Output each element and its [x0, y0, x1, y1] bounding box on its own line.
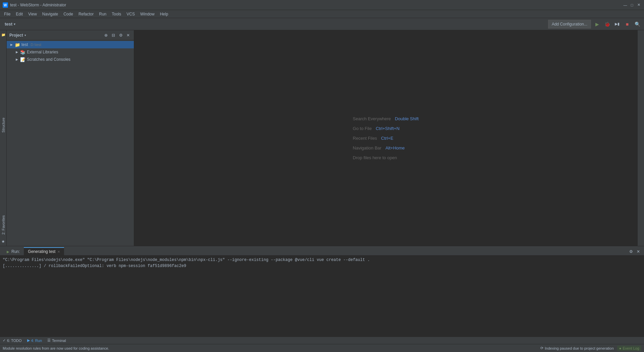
project-tool-icon[interactable]: 📁: [0, 32, 6, 38]
indexing-status: ⟳ Indexing paused due to project generat…: [540, 346, 614, 350]
menu-bar: File Edit View Navigate Code Refactor Ru…: [0, 10, 644, 18]
menu-help[interactable]: Help: [157, 10, 171, 18]
sidebar-settings-button[interactable]: ⚙: [118, 32, 124, 38]
maximize-button[interactable]: □: [629, 2, 635, 8]
hint-shortcut-recent: Ctrl+E: [381, 136, 393, 141]
run-tool-button[interactable]: ▶ 4: Run: [27, 338, 42, 343]
stop-button[interactable]: ■: [623, 20, 631, 28]
generating-test-label: Generating test: [28, 249, 55, 254]
favorites-tool-button[interactable]: 2: Favorites: [1, 213, 6, 237]
panel-settings-button[interactable]: ⚙: [628, 249, 634, 255]
status-left: Module resolution rules from are now use…: [3, 346, 109, 350]
sidebar-collapse-button[interactable]: ⊟: [110, 32, 116, 38]
menu-vcs[interactable]: VCS: [124, 10, 138, 18]
title-bar: W test - WebStorm - Administrator — □ ✕: [0, 0, 644, 10]
status-right: ⟳ Indexing paused due to project generat…: [540, 346, 641, 351]
editor-hints: Search Everywhere Double Shift Go to Fil…: [353, 116, 419, 160]
scratches-icon: 📝: [20, 57, 25, 62]
console-line-2: [..............] / rollbackFailedOptiona…: [3, 263, 641, 269]
event-log-button[interactable]: ● Event Log: [617, 346, 641, 351]
project-dropdown-arrow: ▾: [14, 23, 15, 26]
hint-search: Search Everywhere Double Shift: [353, 116, 419, 121]
hint-goto: Go to File Ctrl+Shift+N: [353, 126, 399, 131]
toolbar-left: test ▾: [3, 21, 17, 27]
hint-nav: Navigation Bar Alt+Home: [353, 145, 405, 150]
hint-recent: Recent Files Ctrl+E: [353, 136, 393, 141]
tree-arrow-test: ▶: [9, 43, 13, 46]
run-button[interactable]: ▶: [593, 20, 601, 28]
main-area: 📁 Structure 2: Favorites ★ Project ▾ ⊕ ⊟…: [0, 30, 644, 246]
menu-refactor[interactable]: Refactor: [76, 10, 96, 18]
project-name-label: test: [5, 21, 12, 27]
terminal-label: Terminal: [52, 339, 66, 343]
left-tool-windows: 📁 Structure 2: Favorites ★: [0, 30, 7, 246]
tree-label-scratches: Scratches and Consoles: [27, 57, 70, 62]
hint-shortcut-search: Double Shift: [395, 116, 419, 121]
status-bar: Module resolution rules from are now use…: [0, 344, 644, 352]
close-button[interactable]: ✕: [636, 2, 641, 8]
hint-shortcut-goto: Ctrl+Shift+N: [376, 126, 399, 131]
toolbar-right: Add Configuration... ▶ 🐞 ▶▮ ■ 🔍: [548, 20, 641, 29]
bottom-content: "C:\Program Files\nodejs\node.exe" "C:\P…: [0, 256, 644, 337]
tree-item-scratches[interactable]: ▶ 📝 Scratches and Consoles: [7, 56, 134, 63]
run-tab-icon: ▶: [7, 250, 9, 254]
editor-area: Search Everywhere Double Shift Go to Fil…: [134, 30, 637, 246]
hint-shortcut-nav: Alt+Home: [385, 145, 405, 150]
hint-label-drop: Drop files here to open: [353, 155, 397, 160]
menu-edit[interactable]: Edit: [13, 10, 25, 18]
run-coverage-button[interactable]: ▶▮: [613, 20, 621, 28]
status-message: Module resolution rules from are now use…: [3, 346, 109, 350]
terminal-icon: ☰: [47, 338, 51, 343]
search-icon: 🔍: [635, 21, 640, 27]
title-bar-title: test - WebStorm - Administrator: [10, 3, 66, 7]
bottom-panel-controls: ⚙ ✕: [628, 249, 641, 255]
hint-label-search: Search Everywhere: [353, 116, 391, 121]
menu-view[interactable]: View: [25, 10, 40, 18]
external-libs-icon: 📚: [20, 49, 25, 55]
svg-text:W: W: [4, 3, 7, 7]
add-configuration-button[interactable]: Add Configuration...: [548, 20, 591, 29]
app-icon: W: [3, 2, 8, 8]
menu-navigate[interactable]: Navigate: [40, 10, 61, 18]
menu-tools[interactable]: Tools: [109, 10, 124, 18]
sidebar-header: Project ▾ ⊕ ⊟ ⚙ ✕: [7, 30, 134, 40]
sidebar-locate-button[interactable]: ⊕: [103, 32, 109, 38]
sidebar: Project ▾ ⊕ ⊟ ⚙ ✕ ▶ 📁 test D:\test ▶ 📚: [7, 30, 134, 246]
tab-generating-test[interactable]: Generating test ✕: [24, 247, 64, 255]
menu-window[interactable]: Window: [138, 10, 157, 18]
search-everywhere-button[interactable]: 🔍: [633, 20, 641, 28]
folder-icon: 📁: [15, 42, 20, 47]
menu-file[interactable]: File: [1, 10, 13, 18]
project-selector[interactable]: test ▾: [3, 21, 17, 27]
hint-drop: Drop files here to open: [353, 155, 397, 160]
debug-button[interactable]: 🐞: [603, 20, 611, 28]
todo-icon: ✓: [3, 338, 6, 343]
tab-close-icon[interactable]: ✕: [57, 250, 60, 254]
sidebar-title: Project: [9, 33, 23, 38]
todo-tool-button[interactable]: ✓ 6: TODO: [3, 338, 22, 343]
hint-label-goto: Go to File: [353, 126, 372, 131]
minimize-button[interactable]: —: [623, 2, 628, 8]
terminal-tool-button[interactable]: ☰ Terminal: [47, 338, 66, 343]
stop-icon: ■: [626, 21, 629, 27]
event-log-label: Event Log: [623, 346, 639, 350]
run-icon: ▶: [595, 21, 599, 27]
right-gutter: [637, 30, 644, 246]
tree-item-test[interactable]: ▶ 📁 test D:\test: [7, 41, 134, 48]
run-tool-icon: ▶: [27, 338, 30, 343]
console-line-1: "C:\Program Files\nodejs\node.exe" "C:\P…: [3, 257, 641, 263]
indexing-label: Indexing paused due to project generatio…: [545, 346, 614, 350]
hint-label-nav: Navigation Bar: [353, 145, 381, 150]
favorites-icon[interactable]: ★: [0, 238, 6, 245]
debug-icon: 🐞: [604, 21, 610, 27]
menu-code[interactable]: Code: [61, 10, 76, 18]
tree-item-external-libs[interactable]: ▶ 📚 External Libraries: [7, 48, 134, 56]
sidebar-close-button[interactable]: ✕: [125, 32, 131, 38]
bottom-panel: ▶ Run: Generating test ✕ ⚙ ✕ "C:\Program…: [0, 246, 644, 337]
structure-tool-button[interactable]: Structure: [1, 115, 6, 135]
hint-label-recent: Recent Files: [353, 136, 377, 141]
panel-close-button[interactable]: ✕: [635, 249, 641, 255]
tree-arrow-scratch: ▶: [15, 58, 19, 61]
menu-run[interactable]: Run: [96, 10, 109, 18]
tab-run[interactable]: ▶ Run:: [3, 248, 24, 255]
